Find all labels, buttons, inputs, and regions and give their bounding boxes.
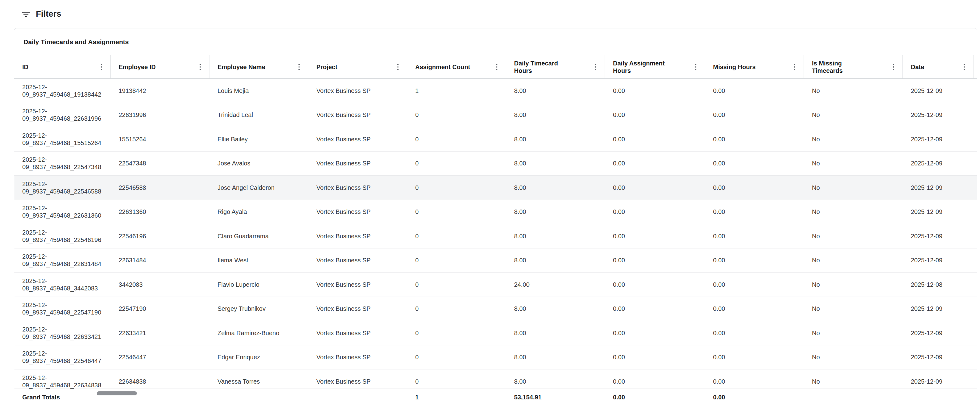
column-menu-icon[interactable] (396, 64, 399, 70)
column-menu-icon[interactable] (100, 64, 103, 70)
cell-daily-assignment-hours: 0.00 (605, 345, 705, 370)
cell-daily-timecard-hours: 8.00 (506, 345, 605, 370)
table-row[interactable]: 2025-12-09_8937_459468_1913844219138442L… (14, 79, 977, 103)
cell-missing-hours: 0.00 (705, 79, 804, 103)
column-menu-icon[interactable] (594, 64, 597, 70)
column-header-employee-id[interactable]: Employee ID (111, 55, 210, 78)
table-row[interactable]: 2025-12-09_8937_459468_2263148422631484I… (14, 248, 977, 273)
column-header-id[interactable]: ID (14, 55, 111, 78)
card-title: Daily Timecards and Assignments (24, 38, 129, 46)
cell-employee-name: Ellie Bailey (210, 127, 308, 151)
cell-employee-id: 3442083 (111, 273, 210, 297)
filters-label[interactable]: Filters (36, 9, 61, 19)
cell-daily-assignment-hours: 0.00 (605, 321, 705, 345)
cell-employee-name: Jose Avalos (210, 152, 308, 176)
table-row[interactable]: 2025-12-09_8937_459468_2254719022547190S… (14, 297, 977, 321)
cell-missing-hours: 0.00 (705, 103, 804, 127)
cell-is-missing-timecards: No (804, 224, 903, 248)
cell-date: 2025-12-09 (903, 200, 974, 224)
cell-project: Vortex Business SP (308, 297, 407, 321)
column-header-label: Date (911, 63, 924, 71)
column-header-label: ID (22, 63, 29, 71)
column-header-employee-name[interactable]: Employee Name (210, 55, 308, 78)
column-header-daily-assignment-hours[interactable]: Daily Assignment Hours (605, 55, 705, 78)
cell-id: 2025-12-08_8937_459468_3442083 (14, 273, 111, 297)
cell-id: 2025-12-09_8937_459468_22631996 (14, 103, 111, 127)
cell-employee-id: 15515264 (111, 127, 210, 151)
cell-id: 2025-12-09_8937_459468_19138442 (14, 79, 111, 103)
table-row[interactable]: 2025-12-09_8937_459468_2254644722546447E… (14, 345, 977, 370)
header-filler (974, 55, 977, 78)
cell-missing-hours: 0.00 (705, 176, 804, 200)
table-row[interactable]: 2025-12-09_8937_459468_2254619622546196C… (14, 224, 977, 248)
table-row[interactable]: 2025-12-09_8937_459468_1551526415515264E… (14, 127, 977, 152)
cell-date: 2025-12-09 (903, 248, 974, 273)
grand-total-missing-hours: 0.00 (705, 389, 804, 400)
cell-id: 2025-12-09_8937_459468_22631484 (14, 248, 111, 273)
cell-daily-timecard-hours: 8.00 (506, 248, 605, 273)
cell-missing-hours: 0.00 (705, 273, 804, 297)
column-menu-icon[interactable] (793, 64, 796, 70)
cell-project: Vortex Business SP (308, 200, 407, 224)
cell-is-missing-timecards: No (804, 127, 903, 151)
cell-project: Vortex Business SP (308, 176, 407, 200)
cell-is-missing-timecards: No (804, 103, 903, 127)
cell-employee-id: 22547190 (111, 297, 210, 321)
cell-daily-timecard-hours: 8.00 (506, 321, 605, 345)
table-row[interactable]: 2025-12-09_8937_459468_2263199622631996T… (14, 103, 977, 127)
cell-date: 2025-12-09 (903, 224, 974, 248)
table-row[interactable]: 2025-12-09_8937_459468_2263342122633421Z… (14, 321, 977, 345)
cell-is-missing-timecards: No (804, 248, 903, 273)
column-header-label: Is Missing Timecards (812, 60, 869, 75)
cell-employee-name: Claro Guadarrama (210, 224, 308, 248)
cell-assignment-count: 0 (407, 345, 506, 370)
cell-id: 2025-12-09_8937_459468_22547348 (14, 152, 111, 176)
cell-date: 2025-12-09 (903, 321, 974, 345)
column-header-is-missing-timecards[interactable]: Is Missing Timecards (804, 55, 903, 78)
horizontal-scrollbar-thumb[interactable] (97, 391, 137, 395)
table-row[interactable]: 2025-12-09_8937_459468_2254734822547348J… (14, 152, 977, 176)
cell-project: Vortex Business SP (308, 224, 407, 248)
cell-missing-hours: 0.00 (705, 321, 804, 345)
cell-daily-assignment-hours: 0.00 (605, 200, 705, 224)
column-header-date[interactable]: Date (903, 55, 974, 78)
grand-total-project (308, 389, 407, 400)
column-menu-icon[interactable] (199, 64, 202, 70)
grand-total-id: Grand Totals (14, 389, 111, 400)
cell-daily-assignment-hours: 0.00 (605, 103, 705, 127)
cell-employee-name: Sergey Trubnikov (210, 297, 308, 321)
cell-daily-assignment-hours: 0.00 (605, 273, 705, 297)
card-title-strip: Daily Timecards and Assignments (14, 29, 977, 55)
column-header-assignment-count[interactable]: Assignment Count (407, 55, 506, 78)
cell-assignment-count: 0 (407, 200, 506, 224)
cell-date: 2025-12-09 (903, 103, 974, 127)
cell-employee-name: Rigo Ayala (210, 200, 308, 224)
cell-missing-hours: 0.00 (705, 297, 804, 321)
column-menu-icon[interactable] (892, 64, 895, 70)
cell-project: Vortex Business SP (308, 345, 407, 370)
page: Filters Daily Timecards and Assignments … (0, 0, 980, 400)
cell-is-missing-timecards: No (804, 273, 903, 297)
column-menu-icon[interactable] (298, 64, 301, 70)
cell-daily-timecard-hours: 8.00 (506, 127, 605, 151)
column-menu-icon[interactable] (963, 64, 966, 70)
column-header-daily-timecard-hours[interactable]: Daily Timecard Hours (506, 55, 605, 78)
column-menu-icon[interactable] (694, 64, 697, 70)
cell-daily-timecard-hours: 8.00 (506, 103, 605, 127)
cell-employee-name: Louis Mejia (210, 79, 308, 103)
column-menu-icon[interactable] (495, 64, 498, 70)
table-row[interactable]: 2025-12-09_8937_459468_2254658822546588J… (14, 176, 977, 200)
column-header-missing-hours[interactable]: Missing Hours (705, 55, 804, 78)
table-body: 2025-12-09_8937_459468_1913844219138442L… (14, 79, 977, 394)
cell-is-missing-timecards: No (804, 321, 903, 345)
table-row[interactable]: 2025-12-08_8937_459468_34420833442083Fla… (14, 273, 977, 297)
cell-assignment-count: 0 (407, 297, 506, 321)
filter-icon[interactable] (21, 9, 31, 19)
table-row[interactable]: 2025-12-09_8937_459468_2263136022631360R… (14, 200, 977, 224)
cell-id: 2025-12-09_8937_459468_22546447 (14, 345, 111, 370)
column-header-label: Assignment Count (415, 63, 470, 71)
cell-missing-hours: 0.00 (705, 200, 804, 224)
cell-id: 2025-12-09_8937_459468_22546588 (14, 176, 111, 200)
column-header-project[interactable]: Project (308, 55, 407, 78)
cell-employee-id: 22546447 (111, 345, 210, 370)
